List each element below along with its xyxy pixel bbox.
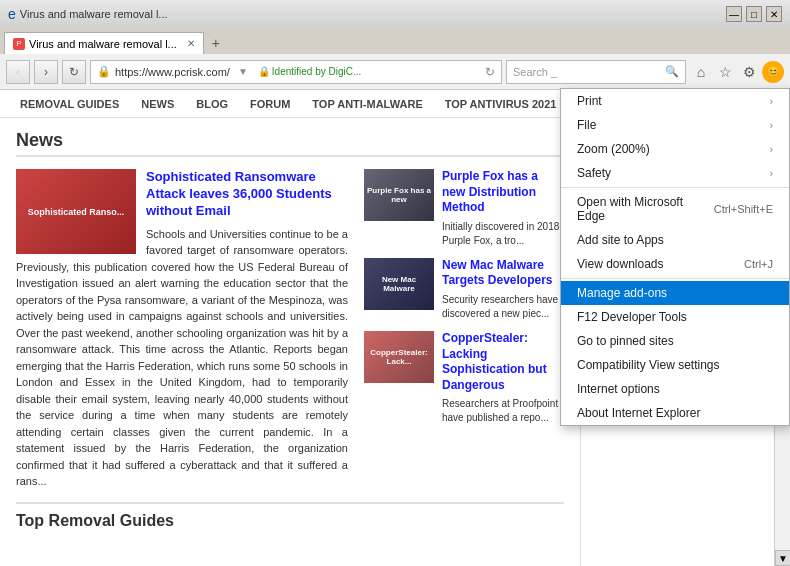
page-content: News Sophisticated Ranso... Sophisticate… bbox=[0, 118, 580, 566]
menu-item-4[interactable]: Open with Microsoft EdgeCtrl+Shift+E bbox=[561, 190, 789, 228]
menu-item-2-label: Zoom (200%) bbox=[577, 142, 650, 156]
menu-item-5-label: Add site to Apps bbox=[577, 233, 664, 247]
bottom-section-title: Top Removal Guides bbox=[16, 502, 564, 530]
menu-item-1-label: File bbox=[577, 118, 596, 132]
nav-news[interactable]: NEWS bbox=[131, 94, 184, 114]
menu-item-4-shortcut: Ctrl+Shift+E bbox=[714, 203, 773, 215]
search-bar[interactable]: Search _ 🔍 bbox=[506, 60, 686, 84]
refresh-small-icon[interactable]: ↻ bbox=[485, 65, 495, 79]
menu-item-1[interactable]: File› bbox=[561, 113, 789, 137]
news-item-1: New Mac Malware New Mac Malware Targets … bbox=[364, 258, 564, 321]
tab-favicon: P bbox=[13, 38, 25, 50]
menu-item-9-left: Go to pinned sites bbox=[577, 334, 674, 348]
menu-item-6-left: View downloads bbox=[577, 257, 664, 271]
back-button[interactable]: ‹ bbox=[6, 60, 30, 84]
menu-item-5[interactable]: Add site to Apps bbox=[561, 228, 789, 252]
menu-item-3[interactable]: Safety› bbox=[561, 161, 789, 185]
scroll-down-arrow[interactable]: ▼ bbox=[775, 550, 790, 566]
user-icon[interactable]: 😊 bbox=[762, 61, 784, 83]
menu-item-12-left: About Internet Explorer bbox=[577, 406, 700, 420]
menu-item-7[interactable]: Manage add-ons bbox=[561, 281, 789, 305]
home-icon[interactable]: ⌂ bbox=[690, 61, 712, 83]
menu-item-8-label: F12 Developer Tools bbox=[577, 310, 687, 324]
menu-item-0-arrow-icon: › bbox=[770, 96, 773, 107]
news-item-1-image: New Mac Malware bbox=[364, 258, 434, 310]
menu-item-7-label: Manage add-ons bbox=[577, 286, 667, 300]
favorites-icon[interactable]: ☆ bbox=[714, 61, 736, 83]
active-tab[interactable]: P Virus and malware removal l... ✕ bbox=[4, 32, 204, 54]
menu-item-9-label: Go to pinned sites bbox=[577, 334, 674, 348]
news-item-1-content: New Mac Malware Targets Developers Secur… bbox=[442, 258, 564, 321]
menu-item-1-arrow-icon: › bbox=[770, 120, 773, 131]
news-item-1-title[interactable]: New Mac Malware Targets Developers bbox=[442, 258, 564, 289]
new-tab-button[interactable]: + bbox=[204, 32, 228, 54]
menu-item-1-left: File bbox=[577, 118, 596, 132]
tab-title: Virus and malware removal l... bbox=[29, 38, 177, 50]
window-title: Virus and malware removal l... bbox=[20, 8, 168, 20]
menu-item-8-left: F12 Developer Tools bbox=[577, 310, 687, 324]
security-lock-icon: 🔒 bbox=[258, 66, 270, 77]
toolbar-icons: ⌂ ☆ ⚙ 😊 bbox=[690, 61, 784, 83]
menu-item-4-left: Open with Microsoft Edge bbox=[577, 195, 714, 223]
menu-item-12[interactable]: About Internet Explorer bbox=[561, 401, 789, 425]
news-item-0: Purple Fox has a new Purple Fox has a ne… bbox=[364, 169, 564, 248]
news-item-2-content: CopperStealer: Lacking Sophistication bu… bbox=[442, 331, 564, 425]
menu-item-6[interactable]: View downloadsCtrl+J bbox=[561, 252, 789, 276]
news-item-1-image-label: New Mac Malware bbox=[366, 275, 432, 293]
news-item-2-title[interactable]: CopperStealer: Lacking Sophistication bu… bbox=[442, 331, 564, 393]
url-text: https://www.pcrisk.com/ bbox=[115, 66, 230, 78]
menu-separator-4 bbox=[561, 187, 789, 188]
menu-item-9[interactable]: Go to pinned sites bbox=[561, 329, 789, 353]
close-button[interactable]: ✕ bbox=[766, 6, 782, 22]
nav-blog[interactable]: BLOG bbox=[186, 94, 238, 114]
menu-item-8[interactable]: F12 Developer Tools bbox=[561, 305, 789, 329]
menu-item-3-label: Safety bbox=[577, 166, 611, 180]
title-bar: e Virus and malware removal l... — □ ✕ bbox=[0, 0, 790, 28]
menu-item-11-label: Internet options bbox=[577, 382, 660, 396]
search-magnify-icon[interactable]: 🔍 bbox=[665, 65, 679, 78]
menu-item-4-label: Open with Microsoft Edge bbox=[577, 195, 714, 223]
menu-item-3-left: Safety bbox=[577, 166, 611, 180]
tools-icon[interactable]: ⚙ bbox=[738, 61, 760, 83]
news-item-2-body: Researchers at Proofpoint have published… bbox=[442, 397, 564, 425]
nav-forum[interactable]: FORUM bbox=[240, 94, 300, 114]
maximize-button[interactable]: □ bbox=[746, 6, 762, 22]
menu-item-6-label: View downloads bbox=[577, 257, 664, 271]
minimize-button[interactable]: — bbox=[726, 6, 742, 22]
menu-item-11-left: Internet options bbox=[577, 382, 660, 396]
menu-item-6-shortcut: Ctrl+J bbox=[744, 258, 773, 270]
nav-top-anti-malware[interactable]: TOP ANTI-MALWARE bbox=[302, 94, 432, 114]
menu-item-10-label: Compatibility View settings bbox=[577, 358, 720, 372]
menu-item-2[interactable]: Zoom (200%)› bbox=[561, 137, 789, 161]
menu-item-0[interactable]: Print› bbox=[561, 89, 789, 113]
tab-bar: P Virus and malware removal l... ✕ + bbox=[0, 28, 790, 54]
news-item-0-content: Purple Fox has a new Distribution Method… bbox=[442, 169, 564, 248]
forward-button[interactable]: › bbox=[34, 60, 58, 84]
refresh-button[interactable]: ↻ bbox=[62, 60, 86, 84]
featured-article-body: Schools and Universities continue to be … bbox=[16, 226, 348, 490]
news-sidebar: Purple Fox has a new Purple Fox has a ne… bbox=[364, 169, 564, 490]
menu-item-2-left: Zoom (200%) bbox=[577, 142, 650, 156]
menu-item-5-left: Add site to Apps bbox=[577, 233, 664, 247]
news-item-1-body: Security researchers have discovered a n… bbox=[442, 293, 564, 321]
address-bar: ‹ › ↻ 🔒 https://www.pcrisk.com/ ▼ 🔒 Iden… bbox=[0, 54, 790, 90]
menu-item-10[interactable]: Compatibility View settings bbox=[561, 353, 789, 377]
news-item-0-title[interactable]: Purple Fox has a new Distribution Method bbox=[442, 169, 564, 216]
window-controls: — □ ✕ bbox=[726, 6, 782, 22]
news-item-0-body: Initially discovered in 2018, Purple Fox… bbox=[442, 220, 564, 248]
tab-close-button[interactable]: ✕ bbox=[187, 38, 195, 49]
nav-removal-guides[interactable]: REMOVAL GUIDES bbox=[10, 94, 129, 114]
url-bar[interactable]: 🔒 https://www.pcrisk.com/ ▼ 🔒 Identified… bbox=[90, 60, 502, 84]
menu-item-3-arrow-icon: › bbox=[770, 168, 773, 179]
menu-item-0-label: Print bbox=[577, 94, 602, 108]
news-item-2: CopperStealer: Lack... CopperStealer: La… bbox=[364, 331, 564, 425]
menu-item-12-label: About Internet Explorer bbox=[577, 406, 700, 420]
search-placeholder: Search _ bbox=[513, 66, 557, 78]
dropdown-menu: Print›File›Zoom (200%)›Safety›Open with … bbox=[560, 88, 790, 426]
nav-top-antivirus[interactable]: TOP ANTIVIRUS 2021 bbox=[435, 94, 567, 114]
menu-item-10-left: Compatibility View settings bbox=[577, 358, 720, 372]
featured-article: Sophisticated Ranso... Sophisticated Ran… bbox=[16, 169, 348, 490]
menu-item-11[interactable]: Internet options bbox=[561, 377, 789, 401]
news-item-0-image-label: Purple Fox has a new bbox=[366, 186, 432, 204]
news-item-2-image-label: CopperStealer: Lack... bbox=[366, 348, 432, 366]
